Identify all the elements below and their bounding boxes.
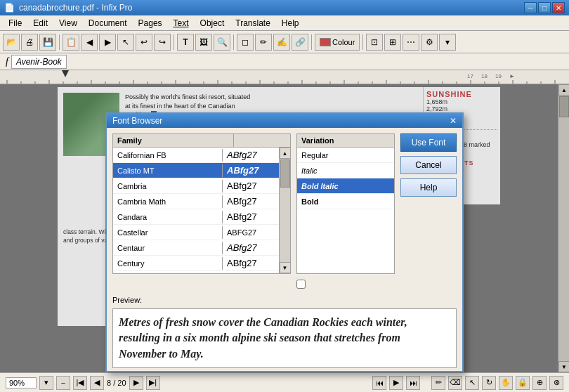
crop-button[interactable]: ⊡ — [366, 34, 383, 51]
variation-bold[interactable]: Bold — [297, 194, 394, 209]
maximize-button[interactable]: □ — [538, 2, 551, 13]
svg-text:18: 18 — [481, 73, 488, 79]
nav-button[interactable]: ◀ — [81, 34, 98, 51]
eraser-tool-btn[interactable]: ⌫ — [448, 376, 462, 390]
dialog-close-button[interactable]: ✕ — [450, 116, 457, 126]
menu-translate[interactable]: Translate — [230, 17, 276, 30]
annotation-button[interactable]: ✍ — [273, 34, 290, 51]
image-tool[interactable]: 🖼 — [195, 34, 212, 51]
rotate-tool-btn[interactable]: ↻ — [482, 376, 496, 390]
undo-button[interactable]: ↩ — [136, 34, 152, 51]
col-family-header: Family — [113, 134, 234, 147]
svg-text:►: ► — [509, 73, 515, 79]
menu-bar: File Edit View Document Pages Text Objec… — [0, 15, 569, 31]
open-button[interactable]: 📂 — [3, 34, 20, 51]
print-button[interactable]: 🖨 — [21, 34, 38, 51]
title-bar-controls[interactable]: ─ □ ✕ — [524, 2, 565, 13]
variation-table: Variation Regular Italic Bold Italic Bol… — [296, 133, 395, 274]
colour-label: Colour — [332, 38, 355, 46]
settings-button[interactable]: ⚙ — [421, 34, 438, 51]
lock-tool-btn[interactable]: 🔒 — [516, 376, 530, 390]
pointer-tool-btn[interactable]: ↖ — [465, 376, 479, 390]
colour-swatch — [320, 38, 331, 46]
menu-object[interactable]: Object — [195, 17, 230, 30]
font-table-header: Family — [113, 134, 290, 148]
cancel-button[interactable]: Cancel — [400, 156, 457, 174]
nav-last-button[interactable]: ▶| — [146, 376, 160, 390]
font-preview-calisto: ABfg27 — [223, 163, 279, 178]
font-name-calisto: Calisto MT — [113, 164, 223, 177]
rewind-button[interactable]: ⏮ — [372, 376, 386, 390]
dropdown-button[interactable]: ▾ — [439, 34, 456, 51]
font-scroll-thumb[interactable] — [280, 159, 290, 188]
play-button[interactable]: ▶ — [389, 376, 403, 390]
menu-pages[interactable]: Pages — [133, 17, 168, 30]
font-list-scrollbar[interactable]: ▲ ▼ — [279, 148, 290, 273]
menu-help[interactable]: Help — [276, 17, 305, 30]
font-row-candara[interactable]: Candara ABfg27 — [113, 209, 279, 225]
more-button[interactable]: ⋯ — [403, 34, 419, 51]
font-row-calisto[interactable]: Calisto MT ABfg27 — [113, 163, 279, 178]
font-table: Family Californian FB ABfg27 Calisto MT — [112, 133, 291, 274]
font-scroll-down[interactable]: ▼ — [280, 262, 291, 273]
menu-view[interactable]: View — [53, 17, 83, 30]
font-row-cambria-math[interactable]: Cambria Math ABfg27 — [113, 194, 279, 209]
variation-regular[interactable]: Regular — [297, 148, 394, 163]
ffwd-button[interactable]: ⏭ — [406, 376, 420, 390]
font-table-body[interactable]: Californian FB ABfg27 Calisto MT ABfg27 … — [113, 148, 279, 273]
font-row-centaur[interactable]: Centaur ABfg27 — [113, 240, 279, 256]
embed-checkbox[interactable] — [296, 280, 306, 289]
minimize-button[interactable]: ─ — [524, 2, 537, 13]
menu-file[interactable]: File — [3, 17, 27, 30]
select-button[interactable]: ↖ — [117, 34, 134, 51]
nav-first-button[interactable]: |◀ — [73, 376, 87, 390]
zoom-tool[interactable]: 🔍 — [214, 34, 230, 51]
variation-italic[interactable]: Italic — [297, 163, 394, 178]
link-button[interactable]: 🔗 — [292, 34, 308, 51]
help-button[interactable]: Help — [400, 178, 457, 197]
window-title: canadabrochure.pdf - Infix Pro — [19, 3, 132, 13]
toolbar-separator-5 — [362, 34, 363, 50]
zoom-out-button[interactable]: − — [56, 376, 70, 390]
close-button[interactable]: ✕ — [552, 2, 565, 13]
nav-prev-button[interactable]: ◀ — [90, 376, 104, 390]
font-bar: f Avenir-Book — [0, 53, 569, 70]
menu-edit[interactable]: Edit — [27, 17, 53, 30]
use-font-button[interactable]: Use Font — [400, 133, 457, 152]
font-scroll-track[interactable] — [280, 159, 290, 262]
dialog-body: Family Californian FB ABfg27 Calisto MT — [107, 128, 462, 296]
font-row-century[interactable]: Century ABfg27 — [113, 256, 279, 271]
zoom-display[interactable]: 90% — [6, 377, 37, 388]
redo-button[interactable]: ↪ — [154, 34, 171, 51]
extra-tool-btn[interactable]: ⊕ — [532, 376, 547, 390]
zoom-dropdown-button[interactable]: ▾ — [39, 376, 53, 390]
menu-document[interactable]: Document — [83, 17, 133, 30]
nav-next-button[interactable]: ▶ — [129, 376, 143, 390]
toolbar: 📂 🖨 💾 📋 ◀ ▶ ↖ ↩ ↪ T 🖼 🔍 ◻ ✏ ✍ 🔗 Colour ⊡… — [0, 31, 569, 53]
pencil-tool-btn[interactable]: ✏ — [431, 376, 445, 390]
shapes-button[interactable]: ◻ — [237, 34, 254, 51]
font-row-californian[interactable]: Californian FB ABfg27 — [113, 148, 279, 163]
font-name-cambria: Cambria — [113, 180, 223, 192]
pen-button[interactable]: ✏ — [255, 34, 272, 51]
variation-bold-italic[interactable]: Bold Italic — [297, 178, 394, 194]
font-name-display[interactable]: Avenir-Book — [11, 55, 67, 69]
nav-button-2[interactable]: ▶ — [99, 34, 116, 51]
font-row-castellar[interactable]: Castellar ABFG27 — [113, 225, 279, 240]
hand-tool-btn[interactable]: ✋ — [499, 376, 513, 390]
menu-text[interactable]: Text — [168, 17, 195, 30]
save-button[interactable]: 💾 — [39, 34, 56, 51]
font-row-cambria[interactable]: Cambria ABfg27 — [113, 178, 279, 194]
extract-button[interactable]: ⊞ — [384, 34, 401, 51]
font-name-castellar: Castellar — [113, 226, 223, 239]
copy-button[interactable]: 📋 — [63, 34, 79, 51]
app-icon: 📄 — [4, 3, 15, 13]
extra-tool-btn-2[interactable]: ⊗ — [549, 376, 563, 390]
colour-button[interactable]: Colour — [315, 34, 360, 51]
dialog-title-text: Font Browser — [112, 116, 162, 126]
svg-marker-0 — [62, 70, 69, 77]
font-name-candara: Candara — [113, 211, 223, 223]
font-scroll-up[interactable]: ▲ — [280, 148, 291, 159]
text-tool[interactable]: T — [177, 34, 194, 51]
toolbar-separator-2 — [174, 34, 174, 50]
